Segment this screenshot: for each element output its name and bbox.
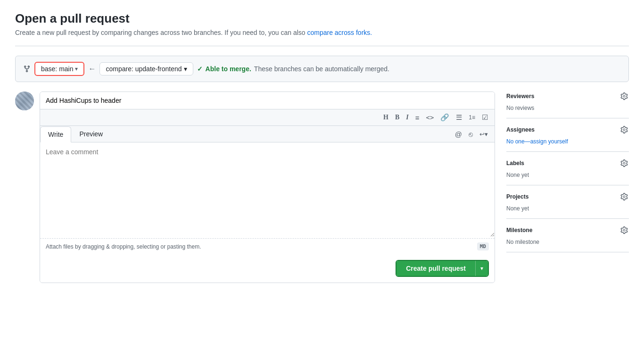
labels-header: Labels [506,158,629,168]
milestone-value: No milestone [506,239,539,245]
sidebar-labels: Labels None yet [506,152,629,185]
sidebar-reviewers: Reviewers No reviews [506,92,629,118]
labels-value: None yet [506,172,529,178]
reviewers-header: Reviewers [506,92,629,101]
labels-gear-button[interactable] [619,158,629,168]
reviewers-gear-button[interactable] [619,92,629,101]
right-sidebar: Reviewers No reviews Assignees No one [506,92,629,252]
swap-icon [23,65,31,73]
page-title: Open a pull request [15,11,629,26]
labels-title: Labels [506,160,524,167]
reviewers-value: No reviews [506,105,534,111]
gear-icon [620,92,628,100]
create-pr-button[interactable]: Create pull request [396,261,475,276]
mention-icon-btn[interactable]: @ [453,129,464,139]
code-icon-btn[interactable]: <> [424,113,436,122]
ref-icon-btn[interactable]: ⎋ [467,129,475,139]
link-icon-btn[interactable]: 🔗 [438,112,451,123]
sidebar-projects: Projects None yet [506,185,629,219]
merge-description: These branches can be automatically merg… [254,65,389,73]
toolbar-icons-row1: H B I ≡ <> 🔗 ☰ 1≡ ☑ [40,109,495,125]
check-icon: ✓ [197,65,203,73]
pr-title-input[interactable] [40,92,495,109]
assignees-header: Assignees [506,125,629,134]
heading-icon-btn[interactable]: H [381,113,390,122]
blockquote-icon-btn[interactable]: ≡ [413,113,421,123]
subtitle-text: Create a new pull request by comparing c… [15,29,305,36]
create-pr-btn-group: Create pull request ▾ [396,260,489,277]
merge-status: ✓ Able to merge. These branches can be a… [197,65,389,73]
tab-write[interactable]: Write [40,126,71,142]
ol-icon-btn[interactable]: 1≡ [467,113,477,122]
italic-icon-btn[interactable]: I [404,113,410,122]
projects-value: None yet [506,205,529,212]
main-layout: H B I ≡ <> 🔗 ☰ 1≡ ☑ Write Pre [15,92,629,283]
page-subtitle: Create a new pull request by comparing c… [15,29,629,36]
projects-gear-icon [620,193,628,200]
base-branch-button[interactable]: base: main ▾ [34,62,84,76]
branch-arrow: ← [88,65,96,73]
submit-row: Create pull request ▾ [40,254,495,283]
projects-title: Projects [506,193,528,200]
editor-area: H B I ≡ <> 🔗 ☰ 1≡ ☑ Write Pre [15,92,495,283]
sidebar-milestone: Milestone No milestone [506,219,629,252]
sidebar-assignees: Assignees No one—assign yourself [506,118,629,152]
branch-bar: base: main ▾ ← compare: update-frontend … [15,56,629,82]
comment-textarea[interactable] [40,142,495,237]
create-pr-dropdown-button[interactable]: ▾ [475,261,488,276]
task-icon-btn[interactable]: ☑ [480,112,490,123]
attach-text: Attach files by dragging & dropping, sel… [46,243,201,250]
bold-icon-btn[interactable]: B [393,113,401,122]
markdown-badge: MD [477,242,489,250]
milestone-gear-button[interactable] [619,225,629,235]
compare-branch-label: compare: update-frontend [106,65,182,73]
compare-branch-caret: ▾ [184,65,187,73]
ul-icon-btn[interactable]: ☰ [454,112,464,123]
reviewers-title: Reviewers [506,93,534,100]
projects-gear-button[interactable] [619,192,629,201]
avatar [15,92,34,110]
attach-bar: Attach files by dragging & dropping, sel… [40,238,495,254]
assignees-title: Assignees [506,126,535,133]
milestone-gear-icon [620,226,628,234]
editor-panel: H B I ≡ <> 🔗 ☰ 1≡ ☑ Write Pre [40,92,495,283]
merge-able-text: Able to merge. [206,65,251,73]
assignees-value[interactable]: No one—assign yourself [506,138,568,145]
labels-gear-icon [620,159,628,167]
milestone-header: Milestone [506,225,629,235]
assignees-gear-button[interactable] [619,125,629,134]
milestone-title: Milestone [506,227,532,233]
compare-branch-button[interactable]: compare: update-frontend ▾ [99,62,193,75]
tab-preview[interactable]: Preview [71,126,111,142]
editor-toolbar: H B I ≡ <> 🔗 ☰ 1≡ ☑ Write Pre [40,109,495,142]
editor-tabs: Write Preview [40,126,111,142]
base-branch-label: base: main [41,65,73,73]
projects-header: Projects [506,192,629,201]
assignees-gear-icon [620,126,628,133]
header-divider [15,46,629,46]
toolbar-icons-row2: @ ⎋ ↩▾ [448,126,495,142]
compare-forks-link[interactable]: compare across forks. [307,29,372,36]
reply-icon-btn[interactable]: ↩▾ [478,130,490,139]
base-branch-caret: ▾ [75,66,78,72]
